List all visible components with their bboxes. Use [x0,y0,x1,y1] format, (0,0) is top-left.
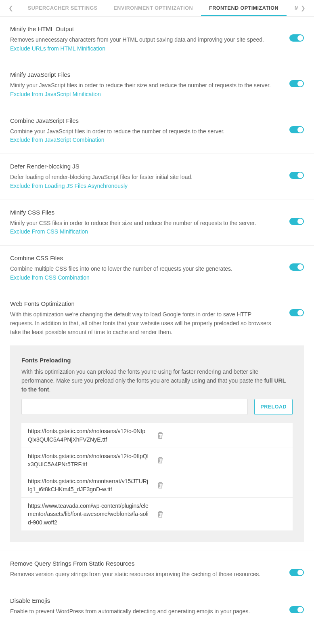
section-defer-js: Defer Render-blocking JS Defer loading o… [0,154,314,200]
toggle-defer-js[interactable] [289,172,304,179]
toggle-emojis[interactable] [289,606,304,613]
font-url-text: https://fonts.gstatic.com/s/notosans/v12… [28,427,157,444]
fonts-desc: With this optimization you can preload t… [21,368,293,394]
section-content: Combine CSS Files Combine multiple CSS f… [10,255,289,282]
tab-frontend[interactable]: FRONTEND OPTIMIZATION [201,0,287,16]
delete-font-icon[interactable] [157,482,164,489]
toggle-webfonts[interactable] [289,309,304,316]
section-minify-html: Minify the HTML Output Removes unnecessa… [0,17,314,62]
section-content: Remove Query Strings From Static Resourc… [10,560,289,579]
section-content: Minify the HTML Output Removes unnecessa… [10,25,289,53]
exclude-link[interactable]: Exclude From CSS Minification [10,228,88,235]
section-desc: Enable to prevent WordPress from automat… [10,607,273,616]
section-emojis: Disable Emojis Enable to prevent WordPre… [0,588,314,625]
section-desc: Minify your CSS files in order to reduce… [10,219,273,236]
section-content: Minify JavaScript Files Minify your Java… [10,71,289,99]
font-url-text: https://fonts.gstatic.com/s/montserrat/v… [28,477,157,494]
toggle-query-strings[interactable] [289,569,304,576]
preload-button[interactable]: PRELOAD [254,399,293,415]
section-webfonts-wrap: Web Fonts Optimization With this optimiz… [0,291,314,551]
section-desc: Removes unnecessary characters from your… [10,36,273,53]
section-title: Web Fonts Optimization [10,300,273,307]
fonts-preloading-box: Fonts Preloading With this optimization … [10,345,304,542]
section-query-strings: Remove Query Strings From Static Resourc… [0,551,314,588]
section-desc: Defer loading of render-blocking JavaScr… [10,173,273,190]
exclude-link[interactable]: Exclude from Loading JS Files Asynchrono… [10,183,128,189]
toggle-combine-js[interactable] [289,126,304,133]
font-item: https://www.teavada.com/wp-content/plugi… [21,498,293,530]
font-url-text: https://www.teavada.com/wp-content/plugi… [28,502,157,526]
section-desc: Minify your JavaScript files in order to… [10,81,273,99]
section-title: Combine CSS Files [10,255,273,261]
section-title: Disable Emojis [10,597,273,604]
exclude-link[interactable]: Exclude from JavaScript Minification [10,91,101,97]
fonts-heading: Fonts Preloading [21,357,293,364]
section-webfonts: Web Fonts Optimization With this optimiz… [0,291,314,345]
section-content: Web Fonts Optimization With this optimiz… [10,300,289,337]
font-url-input[interactable] [21,399,248,415]
font-item: https://fonts.gstatic.com/s/notosans/v12… [21,448,293,473]
exclude-link[interactable]: Exclude from CSS Combination [10,274,90,281]
section-desc: With this optimization we're changing th… [10,310,273,337]
section-desc: Removes version query strings from your … [10,570,273,579]
tabs-scroll-area: SUPERCACHER SETTINGS ENVIRONMENT OPTIMIZ… [16,0,298,16]
section-title: Minify JavaScript Files [10,71,273,78]
section-title: Minify the HTML Output [10,25,273,32]
delete-font-icon[interactable] [157,511,164,518]
section-minify-js: Minify JavaScript Files Minify your Java… [0,62,314,108]
exclude-link[interactable]: Exclude URLs from HTML Minification [10,45,105,52]
tabs-scroll-right[interactable]: ❯ [298,0,308,16]
section-content: Minify CSS Files Minify your CSS files i… [10,209,289,236]
delete-font-icon[interactable] [157,432,164,439]
toggle-minify-js[interactable] [289,80,304,87]
section-combine-js: Combine JavaScript Files Combine your Ja… [0,108,314,154]
tabs-bar: ❮ SUPERCACHER SETTINGS ENVIRONMENT OPTIM… [0,0,314,17]
font-list: https://fonts.gstatic.com/s/notosans/v12… [21,423,293,530]
exclude-link[interactable]: Exclude from JavaScript Combination [10,137,104,143]
section-content: Disable Emojis Enable to prevent WordPre… [10,597,289,616]
tab-supercacher[interactable]: SUPERCACHER SETTINGS [20,0,106,16]
section-combine-css: Combine CSS Files Combine multiple CSS f… [0,246,314,291]
tabs-scroll-left[interactable]: ❮ [6,0,16,16]
delete-font-icon[interactable] [157,457,164,464]
toggle-combine-css[interactable] [289,263,304,271]
section-desc: Combine multiple CSS files into one to l… [10,265,273,282]
section-content: Combine JavaScript Files Combine your Ja… [10,117,289,145]
section-title: Minify CSS Files [10,209,273,216]
section-title: Defer Render-blocking JS [10,163,273,170]
section-desc: Combine your JavaScript files in order t… [10,127,273,145]
font-item: https://fonts.gstatic.com/s/notosans/v12… [21,423,293,448]
section-title: Combine JavaScript Files [10,117,273,124]
tab-environment[interactable]: ENVIRONMENT OPTIMIZATION [106,0,201,16]
font-item: https://fonts.gstatic.com/s/montserrat/v… [21,473,293,498]
section-content: Defer Render-blocking JS Defer loading o… [10,163,289,190]
preload-row: PRELOAD [21,399,293,415]
toggle-minify-css[interactable] [289,218,304,225]
toggle-minify-html[interactable] [289,34,304,42]
tab-partial[interactable]: MI [287,0,298,16]
section-minify-css: Minify CSS Files Minify your CSS files i… [0,200,314,246]
font-url-text: https://fonts.gstatic.com/s/notosans/v12… [28,452,157,469]
section-title: Remove Query Strings From Static Resourc… [10,560,273,567]
